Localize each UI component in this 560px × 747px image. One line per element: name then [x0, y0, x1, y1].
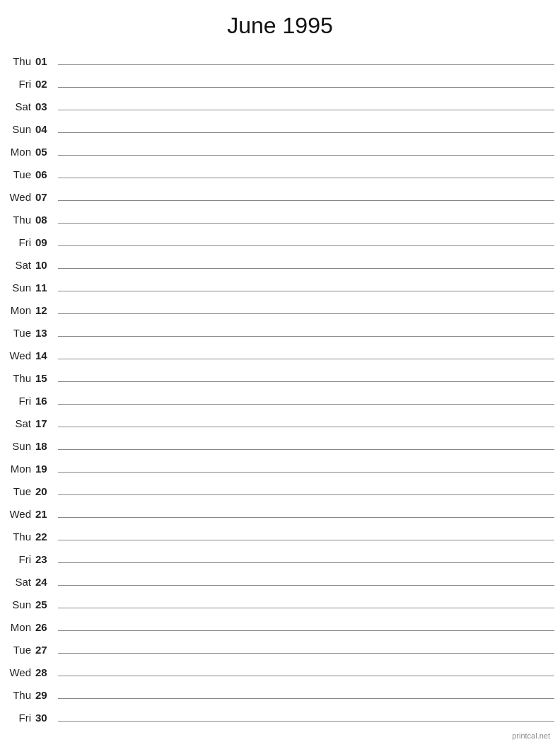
day-line [58, 64, 554, 65]
day-name: Tue [6, 168, 34, 180]
day-line [58, 721, 554, 722]
day-name: Sun [6, 282, 34, 294]
day-row: Thu29 [6, 680, 554, 702]
footer-text: printcal.net [512, 731, 550, 740]
day-number: 26 [34, 621, 54, 633]
day-line [58, 178, 554, 178]
day-line [58, 291, 554, 291]
day-number: 25 [34, 598, 54, 610]
day-line [58, 585, 554, 586]
day-name: Sat [6, 100, 34, 112]
day-row: Mon26 [6, 612, 554, 635]
day-line [58, 155, 554, 156]
day-line [58, 449, 554, 450]
day-name: Sun [6, 123, 34, 135]
day-line [58, 540, 554, 540]
day-line [58, 223, 554, 224]
day-row: Tue27 [6, 635, 554, 657]
day-row: Thu22 [6, 521, 554, 544]
day-name: Fri [6, 78, 34, 90]
day-number: 01 [34, 55, 54, 67]
day-line [58, 245, 554, 246]
day-row: Mon19 [6, 453, 554, 476]
day-name: Wed [6, 349, 34, 361]
day-name: Thu [6, 531, 34, 543]
day-row: Fri30 [6, 702, 554, 725]
day-row: Sat17 [6, 408, 554, 431]
day-row: Sat03 [6, 91, 554, 114]
day-number: 23 [34, 553, 54, 565]
day-number: 27 [34, 644, 54, 656]
day-line [58, 404, 554, 405]
day-name: Fri [6, 236, 34, 248]
day-line [58, 630, 554, 631]
day-row: Tue20 [6, 476, 554, 499]
day-name: Thu [6, 214, 34, 226]
day-line [58, 132, 554, 133]
day-line [58, 676, 554, 676]
day-line [58, 562, 554, 563]
day-number: 22 [34, 531, 54, 543]
day-number: 09 [34, 236, 54, 248]
day-number: 08 [34, 214, 54, 226]
day-row: Sun18 [6, 431, 554, 453]
day-line [58, 110, 554, 110]
day-line [58, 268, 554, 269]
day-name: Mon [6, 463, 34, 475]
day-number: 29 [34, 689, 54, 701]
day-row: Mon12 [6, 295, 554, 318]
day-name: Wed [6, 191, 34, 203]
day-number: 20 [34, 485, 54, 497]
day-name: Wed [6, 508, 34, 520]
day-line [58, 494, 554, 495]
day-name: Tue [6, 327, 34, 339]
day-row: Thu01 [6, 46, 554, 69]
day-number: 18 [34, 440, 54, 452]
day-row: Wed28 [6, 657, 554, 680]
day-number: 30 [34, 712, 54, 724]
day-line [58, 517, 554, 518]
day-number: 19 [34, 463, 54, 475]
day-row: Mon05 [6, 137, 554, 159]
day-number: 17 [34, 417, 54, 429]
day-line [58, 381, 554, 382]
day-number: 21 [34, 508, 54, 520]
day-row: Fri16 [6, 386, 554, 408]
day-name: Sat [6, 417, 34, 429]
day-number: 03 [34, 100, 54, 112]
day-row: Wed21 [6, 499, 554, 521]
day-row: Wed07 [6, 182, 554, 204]
day-row: Sat10 [6, 250, 554, 272]
day-row: Sun04 [6, 114, 554, 137]
day-line [58, 472, 554, 473]
day-number: 10 [34, 259, 54, 271]
day-row: Tue06 [6, 159, 554, 182]
page-title: June 1995 [0, 0, 560, 46]
day-name: Fri [6, 553, 34, 565]
day-name: Mon [6, 621, 34, 633]
day-number: 02 [34, 78, 54, 90]
day-line [58, 427, 554, 427]
day-name: Tue [6, 644, 34, 656]
day-name: Thu [6, 689, 34, 701]
day-name: Thu [6, 55, 34, 67]
day-number: 15 [34, 372, 54, 384]
day-row: Fri09 [6, 227, 554, 250]
day-name: Sun [6, 598, 34, 610]
day-number: 07 [34, 191, 54, 203]
day-number: 13 [34, 327, 54, 339]
day-name: Tue [6, 485, 34, 497]
day-line [58, 200, 554, 201]
day-name: Sun [6, 440, 34, 452]
day-number: 12 [34, 304, 54, 316]
day-line [58, 313, 554, 314]
day-line [58, 698, 554, 699]
day-number: 05 [34, 146, 54, 158]
day-name: Fri [6, 395, 34, 407]
day-name: Sat [6, 259, 34, 271]
day-row: Sat24 [6, 567, 554, 589]
day-number: 04 [34, 123, 54, 135]
day-row: Fri02 [6, 69, 554, 91]
day-row: Thu08 [6, 204, 554, 227]
day-number: 24 [34, 576, 54, 588]
